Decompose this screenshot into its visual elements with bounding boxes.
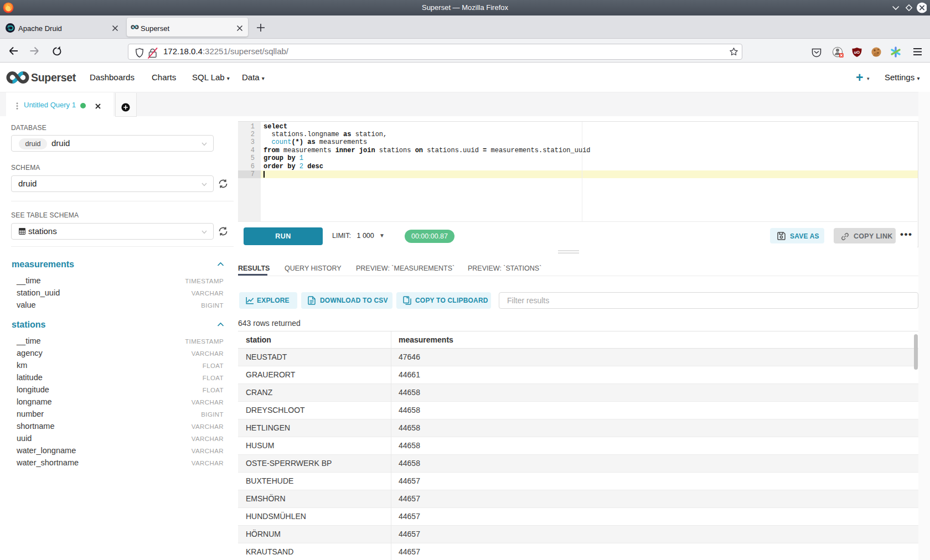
svg-text:uO: uO: [854, 50, 860, 55]
